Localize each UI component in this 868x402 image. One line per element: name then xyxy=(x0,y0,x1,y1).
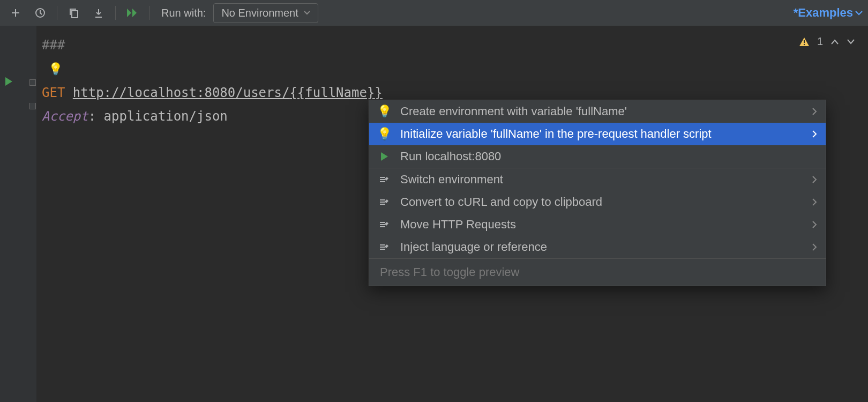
chevron-down-icon xyxy=(855,10,863,16)
edit-icon xyxy=(379,198,390,206)
intention-item[interactable]: Switch environment xyxy=(369,168,826,191)
toolbar-separator xyxy=(115,6,116,20)
svg-point-2 xyxy=(804,43,805,44)
intention-item[interactable]: Run localhost:8080 xyxy=(369,145,826,168)
chevron-right-icon xyxy=(812,198,817,206)
edit-icon xyxy=(379,243,390,251)
code-separator: ### xyxy=(42,38,65,53)
intention-bulb-icon[interactable]: 💡 xyxy=(48,57,63,81)
http-method: GET xyxy=(42,85,65,100)
chevron-right-icon xyxy=(812,130,817,138)
intention-item[interactable]: Move HTTP Requests xyxy=(369,213,826,236)
warning-count: 1 xyxy=(817,35,823,48)
toolbar: Run with: No Environment *Examples xyxy=(0,0,868,26)
bulb-icon: 💡 xyxy=(377,105,392,118)
svg-rect-1 xyxy=(72,11,78,18)
add-button[interactable] xyxy=(5,3,26,23)
copy-button[interactable] xyxy=(64,3,84,23)
run-gutter-icon[interactable] xyxy=(4,77,13,86)
file-tab-label: *Examples xyxy=(794,6,853,20)
intention-item[interactable]: 💡Create environment with variable 'fullN… xyxy=(369,100,826,123)
intention-item-label: Inject language or reference xyxy=(400,240,802,254)
intention-item-label: Move HTTP Requests xyxy=(400,218,802,232)
intention-item-label: Create environment with variable 'fullNa… xyxy=(400,105,802,118)
intention-item[interactable]: Convert to cURL and copy to clipboard xyxy=(369,191,826,213)
play-icon xyxy=(380,152,388,161)
header-name: Accept xyxy=(42,109,88,124)
header-value: application/json xyxy=(104,109,228,124)
prev-highlight-icon[interactable] xyxy=(830,39,839,45)
environment-selected-value: No Environment xyxy=(221,7,298,19)
intention-item[interactable]: 💡Initialize variable 'fullName' in the p… xyxy=(369,123,826,145)
run-all-button[interactable] xyxy=(122,3,143,23)
intention-item-label: Switch environment xyxy=(400,173,802,187)
edit-icon xyxy=(379,220,390,229)
environment-select[interactable]: No Environment xyxy=(213,3,318,23)
gutter xyxy=(0,26,36,402)
chevron-right-icon xyxy=(812,220,817,229)
fold-marker[interactable] xyxy=(29,103,36,109)
intention-item-label: Run localhost:8080 xyxy=(400,150,817,163)
toolbar-separator xyxy=(57,6,57,20)
toolbar-separator xyxy=(149,6,149,20)
intention-item-label: Initialize variable 'fullName' in the pr… xyxy=(400,127,802,141)
bulb-icon: 💡 xyxy=(377,127,392,141)
chevron-right-icon xyxy=(812,243,817,251)
intention-item[interactable]: Inject language or reference xyxy=(369,236,826,258)
warning-icon xyxy=(799,37,810,47)
intention-popup: 💡Create environment with variable 'fullN… xyxy=(369,100,826,286)
file-tab[interactable]: *Examples xyxy=(794,6,863,20)
intention-item-label: Convert to cURL and copy to clipboard xyxy=(400,195,802,209)
chevron-down-icon xyxy=(304,11,310,15)
http-url: http://localhost:8080/users/{{fullName}} xyxy=(73,85,383,100)
next-highlight-icon[interactable] xyxy=(847,39,855,45)
history-button[interactable] xyxy=(30,3,50,23)
import-button[interactable] xyxy=(88,3,109,23)
chevron-right-icon xyxy=(812,175,817,184)
run-with-label: Run with: xyxy=(161,7,206,19)
fold-marker[interactable] xyxy=(29,79,36,86)
inspection-widget[interactable]: 1 xyxy=(799,35,855,48)
chevron-right-icon xyxy=(812,107,817,116)
edit-icon xyxy=(379,175,390,184)
popup-footer: Press F1 to toggle preview xyxy=(369,258,826,286)
